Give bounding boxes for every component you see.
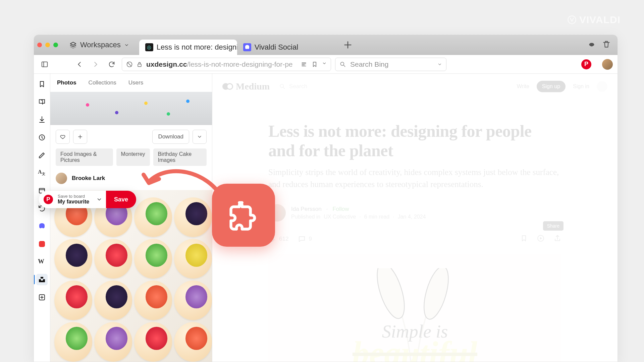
author-name: Brooke Lark	[72, 175, 105, 182]
panel-tabs: Photos Collections Users	[50, 74, 212, 92]
url-host: uxdesign.cc	[146, 60, 187, 68]
shield-icon	[126, 61, 133, 68]
svg-point-0	[568, 16, 576, 23]
svg-point-1	[589, 43, 594, 46]
tag-chip[interactable]: Birthday Cake Images	[153, 148, 207, 166]
image-thumbnail[interactable]	[50, 92, 212, 125]
medium-favicon-icon: ◎	[145, 43, 153, 51]
download-button[interactable]: Download	[152, 130, 189, 144]
close-window-icon[interactable]	[37, 43, 42, 47]
traffic-lights[interactable]	[37, 43, 58, 47]
mastodon-panel-icon[interactable]	[36, 221, 48, 232]
sync-icon[interactable]	[587, 40, 596, 50]
author-avatar	[56, 173, 67, 184]
vivaldi-watermark: VIVALDI	[567, 14, 621, 25]
notes-panel-icon[interactable]	[36, 149, 48, 161]
article-hero-image: Simple is beautiful	[268, 254, 561, 362]
pin-board-name: My favourite	[58, 199, 93, 205]
translate-panel-icon[interactable]: A文	[36, 167, 48, 179]
back-button[interactable]	[73, 58, 86, 70]
featured-image[interactable]	[50, 190, 212, 362]
downloads-panel-icon[interactable]	[36, 114, 48, 125]
panel-tab-collections[interactable]: Collections	[89, 79, 116, 86]
tag-chip[interactable]: Monterrey	[116, 148, 150, 166]
workspaces-label: Workspaces	[80, 41, 121, 49]
panel-toggle-button[interactable]	[39, 58, 51, 70]
forward-button[interactable]	[90, 58, 102, 70]
address-bar: uxdesign.cc/less-is-not-more-designing-f…	[34, 55, 618, 74]
author-row[interactable]: Brooke Lark	[50, 173, 212, 190]
signin-link[interactable]: Sign in	[573, 83, 589, 89]
svg-rect-8	[39, 241, 45, 247]
read-time: 6 min read	[364, 214, 390, 220]
article-title: Less is not more: designing for people a…	[268, 121, 561, 160]
workspaces-button[interactable]: Workspaces	[65, 39, 134, 51]
responses-button[interactable]: 9	[298, 235, 312, 243]
reading-list-panel-icon[interactable]	[36, 96, 48, 108]
pin-save-button[interactable]: Save	[106, 191, 136, 208]
maximize-window-icon[interactable]	[53, 43, 58, 47]
pinterest-extension-icon[interactable]: P	[581, 59, 591, 69]
search-field[interactable]: Search Bing	[335, 58, 446, 71]
bookmarks-panel-icon[interactable]	[36, 78, 48, 90]
hero-text-2: beautiful	[353, 334, 477, 362]
save-article-icon[interactable]	[520, 234, 528, 244]
article-date: Jan 4, 2024	[398, 214, 426, 220]
write-button[interactable]: Write	[514, 83, 529, 89]
mastodon-favicon-icon	[243, 43, 251, 51]
panel-tab-photos[interactable]: Photos	[57, 79, 76, 86]
medium-logo[interactable]: Medium	[222, 81, 270, 92]
profile-avatar[interactable]	[602, 59, 613, 70]
svg-point-12	[372, 268, 410, 322]
board-chevron-icon[interactable]	[93, 196, 106, 202]
chevron-down-icon[interactable]	[322, 61, 327, 66]
trash-icon[interactable]	[602, 40, 611, 50]
history-panel-icon[interactable]	[36, 132, 48, 143]
follow-link[interactable]: Follow	[332, 206, 349, 213]
minimize-window-icon[interactable]	[45, 43, 50, 47]
extensions-promo-icon	[212, 184, 275, 247]
chevron-down-icon[interactable]	[437, 62, 442, 67]
search-icon	[339, 61, 346, 68]
side-rail: A文 W	[34, 74, 50, 362]
download-chevron-button[interactable]	[193, 130, 207, 144]
like-button[interactable]	[56, 130, 70, 144]
tag-chip[interactable]: Food Images & Pictures	[56, 148, 113, 166]
pin-label: Save to board	[58, 194, 93, 199]
svg-point-5	[340, 62, 344, 65]
web-panel: Photos Collections Users Download Food I…	[50, 74, 212, 362]
article-subtitle: Simplicity strips the world of creativit…	[268, 166, 561, 191]
reload-button[interactable]	[106, 58, 118, 70]
pinterest-save-popup: P Save to board My favourite Save	[39, 191, 136, 208]
panel-tab-users[interactable]: Users	[128, 79, 143, 86]
wikipedia-panel-icon[interactable]: W	[36, 256, 48, 267]
tab-title: Vivaldi Social	[255, 43, 298, 52]
reader-mode-icon[interactable]	[301, 61, 307, 68]
svg-point-13	[419, 268, 453, 322]
medium-avatar[interactable]	[597, 81, 607, 92]
search-icon	[279, 83, 286, 90]
signup-button[interactable]: Sign up	[537, 81, 566, 92]
add-panel-icon[interactable]	[36, 292, 48, 303]
url-path: /less-is-not-more-designing-for-pe	[187, 60, 292, 68]
tab-active[interactable]: ◎ Less is not more: designing	[139, 40, 237, 55]
svg-point-10	[280, 84, 283, 87]
play-article-icon[interactable]	[537, 234, 545, 244]
tab[interactable]: Vivaldi Social	[237, 40, 336, 55]
layers-icon	[69, 41, 77, 49]
vivaldi-panel-icon[interactable]	[36, 238, 48, 250]
article: Less is not more: designing for people a…	[262, 121, 568, 362]
publication-link[interactable]: UX Collective	[324, 214, 356, 220]
share-article-icon[interactable]	[553, 234, 561, 244]
svg-rect-4	[138, 64, 141, 67]
new-tab-button[interactable]	[342, 40, 353, 50]
tabstrip: Workspaces ◎ Less is not more: designing…	[34, 35, 618, 55]
bookmark-icon[interactable]	[311, 61, 318, 68]
add-to-collection-button[interactable]	[73, 130, 87, 144]
lock-icon	[136, 61, 143, 68]
url-field[interactable]: uxdesign.cc/less-is-not-more-designing-f…	[122, 58, 331, 71]
unsplash-panel-icon[interactable]	[36, 274, 48, 285]
medium-search[interactable]: Search	[279, 83, 307, 90]
svg-rect-2	[42, 62, 48, 67]
article-author[interactable]: Ida Persson	[291, 206, 322, 213]
